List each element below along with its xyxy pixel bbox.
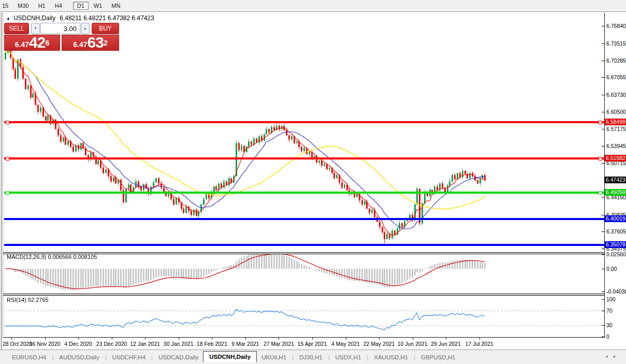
time-axis-tick: [112, 338, 112, 340]
tab-separator: |: [327, 354, 331, 360]
price-axis-badge: 6.58499: [605, 119, 626, 125]
tab-separator: |: [51, 354, 54, 360]
macd-axis-label: -0.04038: [606, 288, 626, 295]
price-axis-label: 6.73515: [606, 40, 626, 47]
time-axis-label: 16 Nov 2020: [30, 341, 61, 347]
timeframe-button-15[interactable]: 15: [0, 2, 12, 10]
chart-tab-audusd[interactable]: AUDUSD,Daily: [54, 353, 104, 362]
timeframe-button-w1[interactable]: W1: [90, 2, 107, 10]
macd-axis-label: 0.025609: [606, 251, 626, 257]
chart-tab-eurusd[interactable]: EURUSD,H4: [7, 353, 51, 362]
time-axis-tick: [78, 338, 79, 340]
tab-separator: |: [366, 354, 369, 360]
tab-scroll-left-icon[interactable]: ◄: [604, 354, 613, 359]
time-axis-tick: [279, 338, 279, 340]
price-axis-label: 6.37605: [606, 228, 626, 235]
rsi-indicator-canvas[interactable]: [4, 296, 604, 337]
volume-input[interactable]: [40, 23, 80, 34]
timeframe-button-h1[interactable]: H1: [34, 2, 50, 10]
time-axis-label: 27 Mar 2021: [264, 341, 294, 347]
buy-price-base: 6.47: [73, 39, 87, 50]
volume-decrease-button[interactable]: ▼: [31, 23, 40, 34]
time-axis-label: 15 Apr 2021: [298, 341, 327, 347]
time-axis-label: 18 Feb 2021: [197, 341, 227, 347]
time-axis-label: 28 Oct 2020: [3, 341, 32, 347]
price-axis-badge: 6.47423: [605, 177, 626, 183]
time-axis-label: 4 Dec 2020: [64, 341, 92, 347]
time-axis-label: 12 Jan 2021: [130, 341, 160, 347]
chart-tab-ukoil[interactable]: UKOil,H1: [257, 353, 291, 362]
time-axis-tick: [413, 338, 413, 340]
time-axis-tick: [45, 338, 46, 340]
timeframe-button-m30[interactable]: M30: [13, 2, 33, 10]
time-axis-tick: [145, 338, 145, 340]
price-axis-badge: 6.35078: [605, 241, 626, 248]
tab-separator: |: [291, 354, 295, 360]
chart-tab-gbpusd[interactable]: GBPUSD,H1: [416, 353, 460, 362]
timeframe-button-d1[interactable]: D1: [73, 2, 89, 10]
chart-title: USDCNH,Daily: [13, 14, 55, 22]
chart-header: ▲ USDCNH,Daily 6.48211 6.48221 6.47382 6…: [6, 14, 154, 22]
chart-tab-bar: EURUSD,H4|AUDUSD,Daily|USDCHF,H4|USDCAD,…: [0, 350, 626, 364]
chart-tab-usdchf[interactable]: USDCHF,H4: [108, 353, 151, 362]
window-frame-edge: [3, 12, 3, 350]
chart-tab-usdcad[interactable]: USDCAD,Daily: [154, 353, 203, 362]
time-axis-label: 22 May 2021: [363, 341, 395, 347]
collapse-panel-icon[interactable]: ▲: [6, 16, 10, 21]
time-axis[interactable]: 28 Oct 202016 Nov 20204 Dec 202023 Dec 2…: [2, 338, 604, 350]
buy-price-box[interactable]: 6.47 63 2: [62, 35, 119, 51]
mt4-workspace: 15M30H1H4D1W1MN ▲ USDCNH,Daily 6.48211 6…: [0, 0, 626, 364]
chart-tab-dj30[interactable]: DJ30,H1: [295, 353, 327, 362]
rsi-label: RSI(14) 52.2765: [7, 297, 49, 303]
timeframe-button-mn[interactable]: MN: [107, 2, 124, 10]
price-axis-label: 6.76840: [606, 23, 626, 29]
price-axis-label: 6.70285: [606, 57, 626, 64]
tab-separator: |: [104, 354, 108, 360]
buy-price-pip: 2: [104, 35, 108, 51]
volume-increase-button[interactable]: ▲: [81, 23, 90, 34]
timeframe-button-h4[interactable]: H4: [51, 2, 66, 10]
macd-label: MACD(12,26,9) 0.006566 0.008105: [7, 254, 97, 260]
price-axis-line: [604, 13, 605, 338]
toolbar-separator: [127, 1, 128, 10]
macd-axis-label: 0.00: [606, 266, 617, 272]
price-axis-label: 6.67055: [606, 74, 626, 80]
time-axis-label: 9 Mar 2021: [231, 341, 259, 347]
sell-price-base: 6.47: [15, 39, 29, 50]
macd-indicator-canvas[interactable]: [4, 254, 604, 294]
sell-price-big-digits: 42: [29, 35, 45, 50]
sell-price-box[interactable]: 6.47 42 6: [4, 35, 60, 51]
time-axis-tick: [379, 338, 380, 340]
chart-tab-usdx[interactable]: USDX,H1: [331, 353, 366, 362]
sell-price-pip: 6: [45, 35, 49, 51]
time-axis-label: 29 Jun 2021: [431, 341, 461, 347]
chart-ohlc-values: 6.48211 6.48221 6.47382 6.47423: [60, 14, 154, 22]
time-axis-label: 30 Jan 2021: [164, 341, 194, 347]
rsi-axis-label: 0: [606, 333, 609, 340]
time-axis-label: 23 Dec 2020: [96, 341, 127, 347]
toolbar-separator: [69, 1, 70, 10]
trade-controls-row: SELL ▼ ▲ BUY: [4, 23, 119, 34]
time-axis-tick: [11, 338, 12, 340]
rsi-axis-label: 30: [606, 322, 613, 328]
tab-separator: |: [150, 354, 154, 360]
rsi-axis-label: 70: [606, 308, 613, 314]
price-axis-badge: 6.40019: [605, 215, 626, 222]
time-axis-label: 10 Jun 2021: [398, 341, 428, 347]
tab-scroll-arrows[interactable]: ◄►: [604, 354, 621, 359]
price-axis-label: 6.57175: [606, 126, 626, 132]
price-axis-badge: 6.45059: [605, 189, 626, 196]
tab-scroll-right-icon[interactable]: ►: [613, 354, 621, 359]
chart-tab-xauusd[interactable]: XAUUSD,H1: [369, 353, 413, 362]
time-axis-tick: [312, 338, 313, 340]
buy-price-big-digits: 63: [88, 35, 104, 50]
time-axis-tick: [346, 338, 346, 340]
buy-button[interactable]: BUY: [92, 23, 119, 34]
price-axis-label: 6.60500: [606, 109, 626, 115]
timeframe-toolbar: 15M30H1H4D1W1MN: [0, 0, 626, 12]
sell-button[interactable]: SELL: [4, 23, 29, 34]
chart-tab-usdcnh[interactable]: USDCNH,Daily: [203, 351, 257, 362]
rsi-axis-label: 100: [606, 296, 616, 302]
time-axis-label: 17 Jul 2021: [465, 341, 493, 347]
time-axis-label: 4 May 2021: [331, 341, 360, 347]
